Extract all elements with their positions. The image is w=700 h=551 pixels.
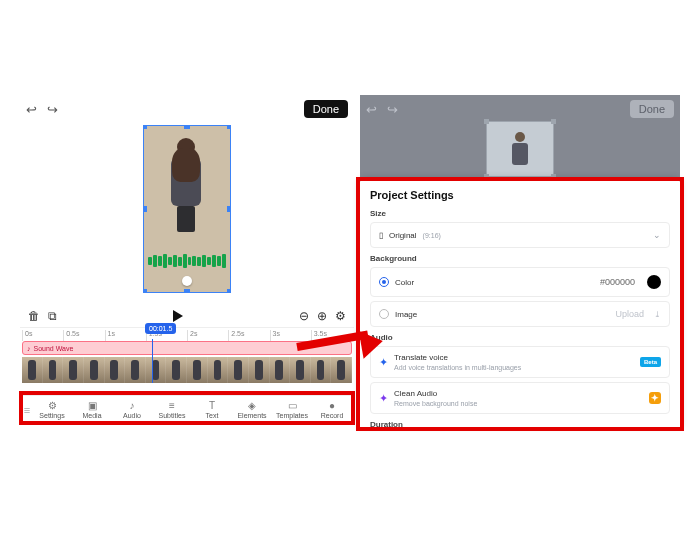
size-selector[interactable]: ▯ Original (9:16) ⌄ xyxy=(370,222,670,248)
media-icon: ▣ xyxy=(88,400,97,411)
color-hex-value: #000000 xyxy=(600,277,635,287)
translate-voice-row[interactable]: ✦ Translate voice Add voice translations… xyxy=(370,346,670,378)
settings-gear-icon[interactable]: ⚙ xyxy=(335,309,346,323)
color-swatch-icon[interactable] xyxy=(647,275,661,289)
subtitles-icon: ≡ xyxy=(169,400,175,411)
aspect-icon: ▯ xyxy=(379,231,383,240)
preview-canvas-dim xyxy=(360,121,680,187)
beta-badge: Beta xyxy=(640,357,661,367)
radio-image[interactable] xyxy=(379,309,389,319)
tab-media[interactable]: ▣Media xyxy=(72,400,112,419)
tab-subtitles[interactable]: ≡Subtitles xyxy=(152,400,192,419)
translate-icon: ✦ xyxy=(379,356,388,369)
section-background: Background xyxy=(370,254,670,263)
preview-canvas[interactable] xyxy=(20,123,354,303)
tab-text[interactable]: TText xyxy=(192,400,232,419)
upload-action[interactable]: Upload xyxy=(615,309,644,319)
timeline-ruler[interactable]: 0s 0.5s 1s 1.5s 2s 2.5s 3s 3.5s xyxy=(20,327,354,341)
text-icon: T xyxy=(209,400,215,411)
chevron-down-icon: ⌄ xyxy=(653,230,661,240)
radio-color[interactable] xyxy=(379,277,389,287)
record-icon: ● xyxy=(329,400,335,411)
playhead-line[interactable] xyxy=(152,339,153,383)
section-audio: Audio xyxy=(370,333,670,342)
upload-icon: ⤓ xyxy=(654,310,661,319)
editor-panel: ↩ ↪ Done 🗑 ⧉ ⊖ xyxy=(20,95,354,425)
waveform-overlay xyxy=(148,252,226,270)
tab-settings[interactable]: ⚙Settings xyxy=(32,400,72,419)
playhead-time-badge[interactable]: 00:01.5 xyxy=(145,323,176,334)
zoom-out-icon[interactable]: ⊖ xyxy=(299,309,309,323)
trash-icon[interactable]: 🗑 xyxy=(28,309,40,323)
bg-image-row[interactable]: Image Upload ⤓ xyxy=(370,301,670,327)
done-button[interactable]: Done xyxy=(304,100,348,118)
bottom-toolbar: ≡ ⚙Settings ▣Media ♪Audio ≡Subtitles TTe… xyxy=(20,395,354,423)
play-button[interactable] xyxy=(173,310,183,322)
tab-audio[interactable]: ♪Audio xyxy=(112,400,152,419)
elements-icon: ◈ xyxy=(248,400,256,411)
tab-elements[interactable]: ◈Elements xyxy=(232,400,272,419)
undo-icon-dim: ↩ xyxy=(366,102,377,117)
editor-topbar: ↩ ↪ Done xyxy=(20,95,354,123)
video-track[interactable] xyxy=(22,357,352,383)
zoom-in-icon[interactable]: ⊕ xyxy=(317,309,327,323)
video-clip-frame[interactable] xyxy=(143,125,231,293)
redo-icon-dim: ↪ xyxy=(387,102,398,117)
undo-icon[interactable]: ↩ xyxy=(26,102,37,117)
project-settings-sheet: Project Settings Size ▯ Original (9:16) … xyxy=(358,179,682,429)
play-overlay-icon[interactable] xyxy=(182,276,192,286)
tab-templates[interactable]: ▭Templates xyxy=(272,400,312,419)
timeline-tracks: ♪ Sound Wave xyxy=(22,341,352,383)
music-note-icon: ♪ xyxy=(27,345,31,352)
clean-audio-icon: ✦ xyxy=(379,392,388,405)
video-subject xyxy=(166,138,206,228)
bg-color-row[interactable]: Color #000000 xyxy=(370,267,670,297)
copy-icon[interactable]: ⧉ xyxy=(48,309,57,323)
tab-record[interactable]: ●Record xyxy=(312,400,352,419)
redo-icon[interactable]: ↪ xyxy=(47,102,58,117)
audio-icon: ♪ xyxy=(130,400,135,411)
done-button-dim: Done xyxy=(630,100,674,118)
sound-wave-clip[interactable]: ♪ Sound Wave xyxy=(22,341,352,355)
clean-audio-row[interactable]: ✦ Clean Audio Remove background noise ✦ xyxy=(370,382,670,414)
settings-panel: ↩↪ Done Project Settings Size ▯ Original… xyxy=(360,95,680,425)
playback-row: 🗑 ⧉ ⊖ ⊕ ⚙ xyxy=(20,305,354,327)
drawer-handle-icon[interactable]: ≡ xyxy=(22,404,32,416)
section-size: Size xyxy=(370,209,670,218)
templates-icon: ▭ xyxy=(288,400,297,411)
sheet-title: Project Settings xyxy=(370,189,670,201)
section-duration: Duration xyxy=(370,420,670,429)
settings-icon: ⚙ xyxy=(48,400,57,411)
premium-badge: ✦ xyxy=(649,392,661,404)
